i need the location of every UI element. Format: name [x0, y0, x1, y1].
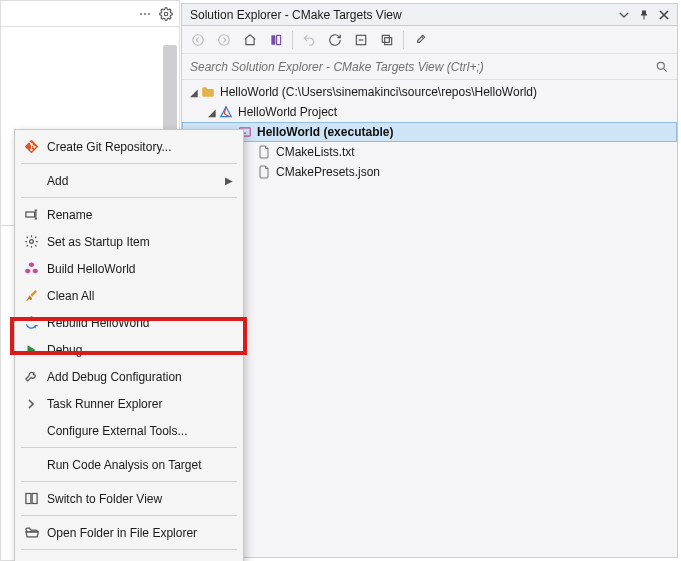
menu-label: Switch to Folder View — [47, 492, 233, 506]
git-icon — [21, 137, 41, 157]
close-icon[interactable] — [655, 6, 673, 24]
separator — [403, 31, 404, 49]
menu-label: Open Folder in File Explorer — [47, 526, 233, 540]
menu-build[interactable]: Build HelloWorld — [15, 255, 243, 282]
collapse-all-icon[interactable] — [349, 28, 373, 52]
menu-task-runner-explorer[interactable]: Task Runner Explorer — [15, 390, 243, 417]
separator — [292, 31, 293, 49]
svg-rect-3 — [271, 35, 275, 44]
menu-open-in-file-explorer[interactable]: Open Folder in File Explorer — [15, 519, 243, 546]
menu-create-git-repository[interactable]: Create Git Repository... — [15, 133, 243, 160]
menu-add-debug-configuration[interactable]: Add Debug Configuration — [15, 363, 243, 390]
svg-point-13 — [29, 240, 33, 244]
tree-label: CMakeLists.txt — [276, 145, 355, 159]
search-icon[interactable] — [655, 60, 669, 74]
back-icon[interactable] — [186, 28, 210, 52]
pin-icon[interactable] — [635, 6, 653, 24]
panel-toolbar — [182, 26, 677, 54]
tree-file[interactable]: CMakeLists.txt — [182, 142, 677, 162]
panel-header: Solution Explorer - CMake Targets View — [182, 4, 677, 26]
home-icon[interactable] — [238, 28, 262, 52]
cmake-project-icon — [218, 104, 234, 120]
more-icon[interactable]: ⋯ — [139, 7, 151, 21]
menu-label: Task Runner Explorer — [47, 397, 233, 411]
tree-label: HelloWorld (C:\Users\sinemakinci\source\… — [220, 85, 537, 99]
menu-separator — [21, 163, 237, 164]
menu-switch-folder-view[interactable]: Switch to Folder View — [15, 485, 243, 512]
panel-title: Solution Explorer - CMake Targets View — [190, 8, 615, 22]
file-icon — [256, 144, 272, 160]
menu-run-code-analysis[interactable]: Run Code Analysis on Target — [15, 451, 243, 478]
menu-separator — [21, 447, 237, 448]
forward-icon[interactable] — [212, 28, 236, 52]
scrollbar-thumb[interactable] — [163, 45, 177, 133]
search-bar[interactable]: Search Solution Explorer - CMake Targets… — [182, 54, 677, 80]
rebuild-icon — [21, 313, 41, 333]
search-placeholder: Search Solution Explorer - CMake Targets… — [190, 60, 655, 74]
svg-rect-15 — [32, 494, 37, 504]
menu-add[interactable]: Add ▶ — [15, 167, 243, 194]
wrench-icon — [21, 557, 41, 562]
menu-debug[interactable]: Debug — [15, 336, 243, 363]
menu-separator — [21, 549, 237, 550]
rename-icon — [21, 205, 41, 225]
tree-target-selected[interactable]: HelloWorld (executable) — [182, 122, 677, 142]
gear-icon — [21, 232, 41, 252]
submenu-arrow-icon: ▶ — [225, 175, 233, 186]
menu-properties[interactable]: Properties Alt+Enter — [15, 553, 243, 561]
menu-label: Add Debug Configuration — [47, 370, 233, 384]
menu-separator — [21, 481, 237, 482]
menu-label: Configure External Tools... — [47, 424, 233, 438]
wrench-icon — [21, 367, 41, 387]
spacer — [21, 421, 41, 441]
menu-label: Rebuild HelloWorld — [47, 316, 233, 330]
svg-rect-12 — [25, 212, 34, 217]
menu-clean-all[interactable]: Clean All — [15, 282, 243, 309]
menu-label: Build HelloWorld — [47, 262, 233, 276]
expander-icon[interactable]: ◢ — [206, 107, 218, 118]
folder-view-icon — [21, 489, 41, 509]
menu-set-startup-item[interactable]: Set as Startup Item — [15, 228, 243, 255]
project-tree: ◢ HelloWorld (C:\Users\sinemakinci\sourc… — [182, 80, 677, 557]
gear-icon[interactable] — [159, 7, 173, 21]
menu-label: Run Code Analysis on Target — [47, 458, 233, 472]
switch-views-icon[interactable] — [264, 28, 288, 52]
menu-label: Rename — [47, 208, 233, 222]
play-icon — [21, 340, 41, 360]
spacer — [21, 171, 41, 191]
menu-label: Clean All — [47, 289, 233, 303]
broom-icon — [21, 286, 41, 306]
menu-rename[interactable]: Rename — [15, 201, 243, 228]
menu-rebuild[interactable]: Rebuild HelloWorld — [15, 309, 243, 336]
menu-configure-external-tools[interactable]: Configure External Tools... — [15, 417, 243, 444]
folder-icon — [200, 84, 216, 100]
tree-label: CMakePresets.json — [276, 165, 380, 179]
file-icon — [256, 164, 272, 180]
svg-rect-14 — [25, 494, 30, 504]
refresh-icon[interactable] — [323, 28, 347, 52]
undo-icon[interactable] — [297, 28, 321, 52]
svg-rect-7 — [382, 35, 389, 42]
tree-root[interactable]: ◢ HelloWorld (C:\Users\sinemakinci\sourc… — [182, 82, 677, 102]
solution-explorer-panel: Solution Explorer - CMake Targets View — [181, 3, 678, 558]
build-icon — [21, 259, 41, 279]
chevron-right-icon — [21, 394, 41, 414]
tree-label: HelloWorld Project — [238, 105, 337, 119]
tree-project[interactable]: ◢ HelloWorld Project — [182, 102, 677, 122]
svg-rect-6 — [385, 37, 392, 44]
svg-point-2 — [219, 34, 230, 45]
open-folder-icon — [21, 523, 41, 543]
properties-icon[interactable] — [408, 28, 432, 52]
spacer — [21, 455, 41, 475]
expander-icon[interactable]: ◢ — [188, 87, 200, 98]
context-menu: Create Git Repository... Add ▶ Rename Se… — [14, 129, 244, 561]
svg-rect-4 — [277, 35, 281, 44]
menu-label: Create Git Repository... — [47, 140, 233, 154]
tree-file[interactable]: CMakePresets.json — [182, 162, 677, 182]
menu-label: Add — [47, 174, 225, 188]
svg-point-0 — [164, 12, 168, 16]
tree-label: HelloWorld (executable) — [257, 125, 393, 139]
copy-icon[interactable] — [375, 28, 399, 52]
dropdown-icon[interactable] — [615, 6, 633, 24]
menu-separator — [21, 197, 237, 198]
